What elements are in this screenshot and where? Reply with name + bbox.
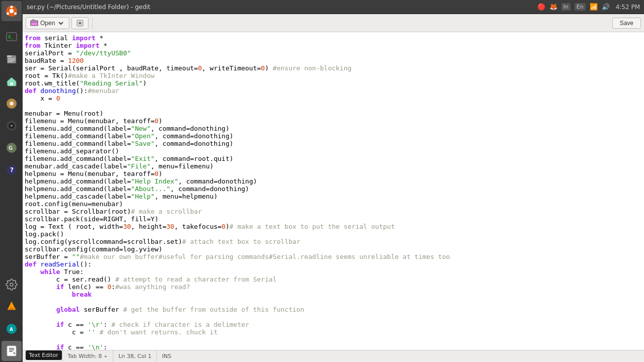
svg-point-2 (10, 6, 13, 9)
sidebar-arduino-icon[interactable]: A (2, 319, 22, 339)
network-icon: 📶 (590, 3, 598, 11)
editor-container: from serial import * from Tkinter import… (23, 32, 644, 350)
sidebar-vlc-icon[interactable] (2, 297, 22, 317)
svg-point-4 (14, 13, 17, 15)
svg-text:$_: $_ (8, 34, 14, 39)
svg-point-3 (7, 13, 9, 15)
window-title: ser.py (~/Pictures/Untitled Folder) - ge… (27, 4, 150, 11)
svg-rect-26 (7, 346, 16, 356)
ibus-icon: In (561, 3, 571, 11)
insert-mode[interactable]: INS (157, 350, 176, 362)
sidebar-home-icon[interactable] (2, 71, 22, 92)
svg-text:G: G (9, 145, 13, 151)
svg-rect-30 (31, 21, 38, 26)
new-tab-button[interactable] (71, 17, 89, 29)
sidebar-music-icon[interactable] (2, 116, 22, 136)
svg-point-1 (10, 9, 14, 13)
open-button[interactable]: Open (26, 17, 69, 29)
language-selector[interactable]: Python (27, 350, 62, 362)
tab-width-label: Tab Width: 8 (67, 353, 102, 359)
firefox-tray-icon: 🦊 (549, 3, 557, 11)
svg-point-14 (10, 102, 14, 106)
open-label: Open (40, 20, 55, 27)
svg-rect-10 (8, 60, 15, 61)
svg-point-17 (11, 125, 13, 127)
toolbar-separator (92, 17, 93, 29)
sidebar-firefox-icon[interactable] (2, 94, 22, 114)
position-indicator: Ln 38, Col 1 (113, 350, 157, 362)
tab-width-selector[interactable]: Tab Width: 8 (62, 350, 113, 362)
svg-rect-12 (10, 82, 13, 85)
toolbar: Open Save (23, 14, 644, 32)
svg-point-22 (10, 283, 13, 286)
svg-text:A: A (10, 327, 13, 332)
mode-label: INS (162, 353, 171, 359)
lang-icon[interactable]: En (575, 3, 586, 11)
sidebar-settings-icon[interactable] (2, 275, 22, 295)
main-area: ser.py (~/Pictures/Untitled Folder) - ge… (23, 0, 644, 362)
svg-rect-8 (7, 55, 12, 57)
sidebar-terminal-icon[interactable]: $_ (2, 27, 22, 47)
save-button[interactable]: Save (612, 18, 641, 29)
clock: 4:52 PM (616, 4, 640, 11)
sidebar-texteditor-icon[interactable]: Text Editor (2, 341, 22, 361)
position-label: Ln 38, Col 1 (118, 353, 151, 359)
sidebar-help-icon[interactable]: ? (2, 160, 22, 180)
svg-rect-9 (8, 58, 15, 59)
sidebar-files-icon[interactable] (2, 49, 22, 69)
svg-rect-23 (10, 308, 13, 310)
svg-text:?: ? (10, 166, 14, 173)
sidebar-ubuntu-icon[interactable] (2, 1, 22, 21)
svg-rect-11 (8, 61, 13, 62)
code-editor[interactable]: from serial import * from Tkinter import… (23, 32, 454, 350)
statusbar: Python Tab Width: 8 Ln 38, Col 1 INS (23, 350, 644, 362)
volume-icon[interactable]: 🔊 (602, 3, 610, 11)
titlebar-controls: 🔴 🦊 In En 📶 🔊 4:52 PM (537, 3, 640, 11)
titlebar: ser.py (~/Pictures/Untitled Folder) - ge… (23, 0, 644, 14)
pulse-icon: 🔴 (537, 3, 545, 11)
sidebar: $_ (0, 0, 23, 362)
sidebar-gimp-icon[interactable]: G (2, 138, 22, 158)
language-label: Python (32, 353, 51, 359)
